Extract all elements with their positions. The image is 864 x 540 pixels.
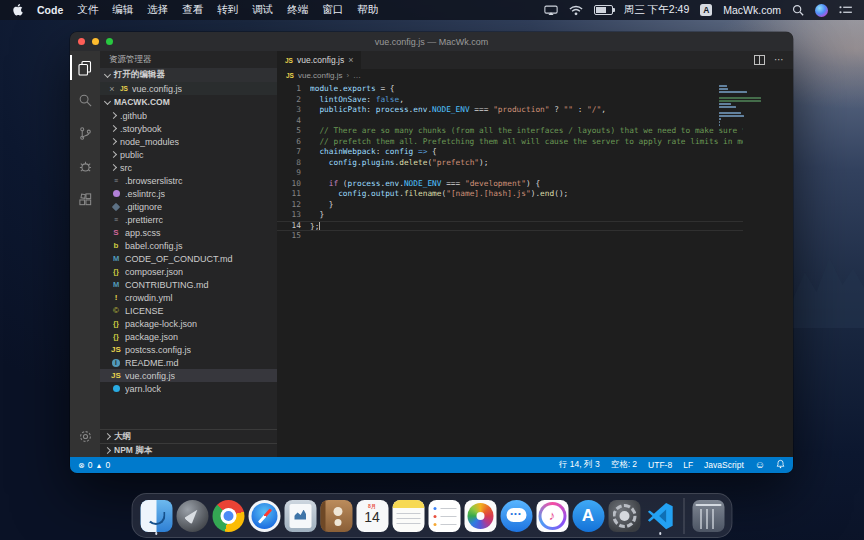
section-NPM 脚本[interactable]: NPM 脚本 [100,443,277,457]
menu-item-编辑[interactable]: 编辑 [112,3,133,17]
section-大纲[interactable]: 大纲 [100,429,277,443]
dock-item-chrome[interactable] [212,498,245,534]
dock-item-safari[interactable] [248,498,281,534]
close-window-button[interactable] [78,38,85,45]
extensions-activity-icon[interactable] [70,183,100,216]
dock-item-trash[interactable] [692,498,725,534]
root-folder-section[interactable]: MACWK.COM [100,95,277,109]
menu-app-name[interactable]: Code [37,4,63,16]
file-README.md[interactable]: iREADME.md [100,356,277,369]
breadcrumb[interactable]: JS vue.config.js › … [277,69,793,82]
code-line-4[interactable]: 4 [277,116,743,127]
menu-item-窗口[interactable]: 窗口 [322,3,343,17]
split-editor-icon[interactable] [754,55,765,65]
file-package.json[interactable]: {}package.json [100,330,277,343]
dock-item-vscode[interactable] [644,498,677,534]
spotlight-search-icon[interactable] [792,4,804,16]
status-eol[interactable]: LF [683,460,693,470]
breadcrumb-more[interactable]: … [353,71,361,80]
apple-logo-icon[interactable] [12,3,23,18]
menu-item-转到[interactable]: 转到 [217,3,238,17]
dock-item-appstore[interactable] [572,498,605,534]
more-actions-icon[interactable]: ⋯ [774,56,784,64]
input-method-icon[interactable]: A [700,4,712,16]
tab-vue-config[interactable]: JS vue.config.js × [277,51,361,69]
file-crowdin.yml[interactable]: !crowdin.yml [100,291,277,304]
file-package-lock.json[interactable]: {}package-lock.json [100,317,277,330]
folder-public[interactable]: public [100,148,277,161]
folder-node_modules[interactable]: node_modules [100,135,277,148]
dock-item-contacts[interactable] [320,498,353,534]
code-line-11[interactable]: 11 config.output.filename("[name].[hash]… [277,189,743,200]
code-line-7[interactable]: 7 chainWebpack: config => { [277,147,743,158]
dock-item-syspref[interactable] [608,498,641,534]
menu-item-选择[interactable]: 选择 [147,3,168,17]
file-LICENSE[interactable]: ©LICENSE [100,304,277,317]
menu-account[interactable]: MacWk.com [723,4,781,16]
code-line-12[interactable]: 12 } [277,200,743,211]
file-app.scss[interactable]: Sapp.scss [100,226,277,239]
dock-item-mail[interactable] [284,498,317,534]
file-.browserslistrc[interactable]: ≡.browserslistrc [100,174,277,187]
file-.prettierrc[interactable]: ≡.prettierrc [100,213,277,226]
close-editor-icon[interactable]: × [108,84,116,94]
file-vue.config.js[interactable]: JSvue.config.js [100,369,277,382]
menu-item-查看[interactable]: 查看 [182,3,203,17]
code-line-15[interactable]: 15 [277,231,743,242]
debug-activity-icon[interactable] [70,150,100,183]
folder-src[interactable]: src [100,161,277,174]
dock-item-reminders[interactable] [428,498,461,534]
status-encoding[interactable]: UTF-8 [648,460,672,470]
code-line-14[interactable]: 14}; [277,221,743,232]
minimize-window-button[interactable] [92,38,99,45]
code-line-13[interactable]: 13 } [277,210,743,221]
dock-item-itunes[interactable] [536,498,569,534]
source-control-activity-icon[interactable] [70,117,100,150]
status-cursor-position[interactable]: 行 14, 列 3 [559,459,600,471]
code-line-3[interactable]: 3 publicPath: process.env.NODE_ENV === "… [277,105,743,116]
battery-icon[interactable] [594,5,613,15]
file-CODE_OF_CONDUCT.md[interactable]: MCODE_OF_CONDUCT.md [100,252,277,265]
close-tab-icon[interactable]: × [348,55,353,65]
folder-.github[interactable]: .github [100,109,277,122]
menu-item-终端[interactable]: 终端 [287,3,308,17]
menu-clock[interactable]: 周三 下午2:49 [624,3,689,17]
wifi-icon[interactable] [569,5,583,16]
file-postcss.config.js[interactable]: JSpostcss.config.js [100,343,277,356]
file-composer.json[interactable]: {}composer.json [100,265,277,278]
file-.gitignore[interactable]: .gitignore [100,200,277,213]
open-editors-section[interactable]: 打开的编辑器 [100,68,277,82]
search-activity-icon[interactable] [70,84,100,117]
dock-item-finder[interactable] [140,498,173,534]
siri-icon[interactable] [815,4,828,17]
code-line-9[interactable]: 9 [277,168,743,179]
menu-item-帮助[interactable]: 帮助 [357,3,378,17]
zoom-window-button[interactable] [106,38,113,45]
menu-item-调试[interactable]: 调试 [252,3,273,17]
status-language[interactable]: JavaScript [704,460,744,470]
breadcrumb-file[interactable]: vue.config.js [298,71,342,80]
file-yarn.lock[interactable]: yarn.lock [100,382,277,395]
menu-item-文件[interactable]: 文件 [77,3,98,17]
dock-item-launchpad[interactable] [176,498,209,534]
code-line-8[interactable]: 8 config.plugins.delete("prefetch"); [277,158,743,169]
status-indentation[interactable]: 空格: 2 [611,459,637,471]
dock-item-photos[interactable] [464,498,497,534]
code-line-2[interactable]: 2 lintOnSave: false, [277,95,743,106]
dock-item-notes[interactable] [392,498,425,534]
manage-gear-icon[interactable] [70,420,100,453]
code-line-6[interactable]: 6 // prefetch them all. Prefetching them… [277,137,743,148]
airplay-display-icon[interactable] [544,5,558,16]
code-line-5[interactable]: 5 // There are so many chunks (from all … [277,126,743,137]
code-line-10[interactable]: 10 if (process.env.NODE_ENV === "develop… [277,179,743,190]
notifications-bell-icon[interactable] [776,459,785,471]
folder-.storybook[interactable]: .storybook [100,122,277,135]
dock-item-messages[interactable] [500,498,533,534]
file-babel.config.js[interactable]: bbabel.config.js [100,239,277,252]
window-titlebar[interactable]: vue.config.js — MacWk.com [70,32,793,51]
notification-center-icon[interactable] [839,5,852,15]
file-.eslintrc.js[interactable]: .eslintrc.js [100,187,277,200]
file-CONTRIBUTING.md[interactable]: MCONTRIBUTING.md [100,278,277,291]
explorer-activity-icon[interactable] [70,51,100,84]
code-line-1[interactable]: 1module.exports = { [277,84,743,95]
